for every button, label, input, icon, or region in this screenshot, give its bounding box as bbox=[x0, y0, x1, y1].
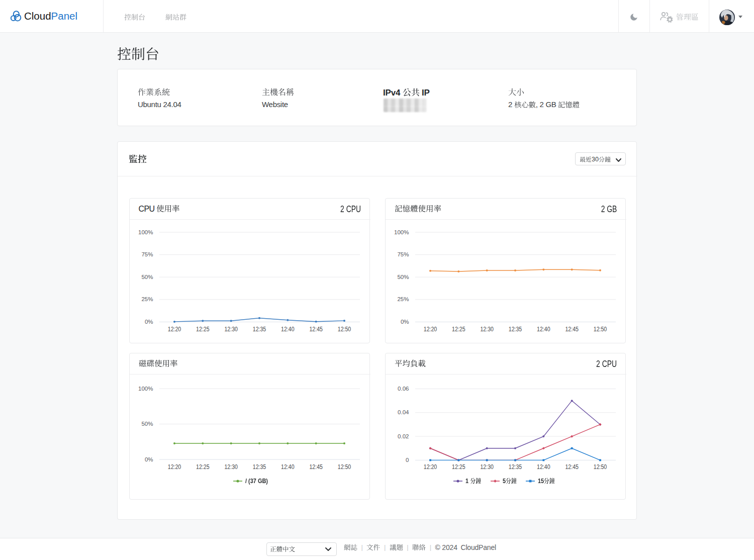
svg-text:50%: 50% bbox=[141, 274, 153, 280]
svg-text:12:50: 12:50 bbox=[594, 326, 607, 333]
svg-text:12:35: 12:35 bbox=[509, 463, 522, 471]
svg-text:12:20: 12:20 bbox=[424, 463, 437, 471]
svg-text:12:20: 12:20 bbox=[168, 463, 181, 471]
svg-text:12:50: 12:50 bbox=[338, 463, 351, 471]
svg-text:50%: 50% bbox=[141, 421, 153, 427]
svg-text:12:35: 12:35 bbox=[253, 463, 266, 471]
svg-text:12:25: 12:25 bbox=[452, 326, 465, 333]
svg-text:0.06: 0.06 bbox=[398, 386, 409, 392]
svg-text:0.04: 0.04 bbox=[398, 409, 409, 415]
svg-text:12:40: 12:40 bbox=[537, 326, 550, 333]
svg-text:12:50: 12:50 bbox=[594, 463, 607, 471]
svg-text:12:20: 12:20 bbox=[168, 326, 181, 333]
svg-text:12:40: 12:40 bbox=[537, 463, 550, 471]
svg-text:100%: 100% bbox=[138, 229, 153, 235]
svg-text:12:20: 12:20 bbox=[424, 326, 437, 333]
svg-text:12:40: 12:40 bbox=[281, 463, 295, 471]
svg-text:100%: 100% bbox=[138, 386, 153, 392]
svg-text:12:30: 12:30 bbox=[480, 463, 494, 471]
svg-text:75%: 75% bbox=[397, 251, 409, 257]
svg-text:0.02: 0.02 bbox=[398, 433, 409, 439]
svg-text:12:45: 12:45 bbox=[565, 463, 579, 471]
svg-text:0%: 0% bbox=[145, 319, 153, 325]
svg-text:12:30: 12:30 bbox=[480, 326, 494, 333]
svg-text:0%: 0% bbox=[145, 456, 153, 462]
svg-text:12:30: 12:30 bbox=[224, 463, 238, 471]
svg-text:12:25: 12:25 bbox=[196, 463, 210, 471]
svg-text:12:50: 12:50 bbox=[338, 326, 351, 333]
svg-text:25%: 25% bbox=[397, 296, 409, 302]
svg-text:12:30: 12:30 bbox=[224, 326, 238, 333]
svg-text:0: 0 bbox=[406, 457, 409, 463]
svg-text:12:45: 12:45 bbox=[565, 326, 579, 333]
svg-text:12:35: 12:35 bbox=[509, 326, 522, 333]
svg-text:12:45: 12:45 bbox=[309, 463, 323, 471]
svg-text:50%: 50% bbox=[397, 274, 409, 280]
svg-text:12:25: 12:25 bbox=[452, 463, 465, 471]
svg-text:75%: 75% bbox=[141, 251, 153, 257]
svg-text:12:25: 12:25 bbox=[196, 326, 210, 333]
svg-text:12:45: 12:45 bbox=[309, 326, 323, 333]
svg-text:12:35: 12:35 bbox=[253, 326, 266, 333]
svg-text:0%: 0% bbox=[401, 319, 409, 325]
svg-text:12:40: 12:40 bbox=[281, 326, 295, 333]
svg-text:100%: 100% bbox=[394, 229, 409, 235]
svg-text:25%: 25% bbox=[141, 296, 153, 302]
